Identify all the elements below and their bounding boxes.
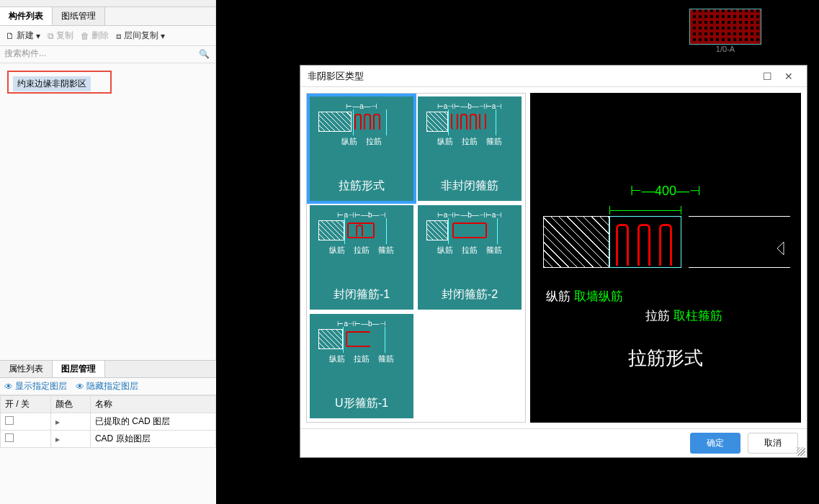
option-title: 封闭箍筋-1 (334, 287, 390, 302)
tab-components[interactable]: 构件列表 (0, 7, 53, 25)
tab-layer-mgmt[interactable]: 图层管理 (53, 361, 105, 377)
dialog-footer: 确定 取消 (300, 428, 807, 457)
preview-title: 拉筋形式 (537, 346, 794, 371)
tab-properties[interactable]: 属性列表 (0, 361, 53, 377)
checkbox[interactable] (5, 416, 14, 425)
type-dialog: 非阴影区类型 ☐ ✕ ⊢—a—⊣ (300, 65, 807, 458)
option-lajin[interactable]: ⊢—a—⊣ 纵筋 拉筋 (310, 96, 413, 201)
chevron-down-icon: ▾ (161, 31, 165, 41)
layer-show-icon: 👁 (4, 382, 13, 392)
layer-hide-icon: 👁 (76, 382, 84, 392)
col-onoff: 开 / 关 (1, 396, 51, 413)
file-icon: 🗋 (6, 31, 14, 41)
option-title: 封闭箍筋-2 (442, 287, 498, 302)
hide-layer-button[interactable]: 👁 隐藏指定图层 (76, 380, 138, 392)
drawing-canvas[interactable]: 1/0-A 非阴影区类型 ☐ ✕ ⊢—a—⊣ (216, 0, 819, 504)
chevron-down-icon: ▾ (36, 31, 40, 41)
table-row[interactable]: ▸ 已提取的 CAD 图层 (1, 413, 216, 431)
left-tab-bar: 构件列表 图纸管理 (0, 7, 215, 26)
col-color: 颜色 (50, 396, 90, 413)
trash-icon: 🗑 (81, 31, 89, 41)
new-button[interactable]: 🗋 新建 ▾ (6, 30, 40, 42)
ok-button[interactable]: 确定 (690, 433, 740, 454)
preview-diagram (537, 206, 794, 285)
option-title: 拉筋形式 (339, 179, 385, 194)
left-panel: 构件列表 图纸管理 🗋 新建 ▾ ⧉ 复制 🗑 删除 ⧈ 层间复制 ▾ 搜索构件… (0, 0, 216, 504)
option-u-1[interactable]: ⊢a⊣⊢—b—⊣ 纵筋 拉筋 箍筋 (310, 314, 413, 418)
option-closed-2[interactable]: ⊢a⊣⊢—b—⊣⊢a⊣ 纵筋 拉筋 箍筋 (418, 205, 522, 310)
dialog-title-text: 非阴影区类型 (308, 70, 364, 83)
col-name: 名称 (90, 396, 215, 413)
close-icon[interactable]: ✕ (778, 71, 800, 82)
layer-toolbar: 👁 显示指定图层 👁 隐藏指定图层 (0, 378, 216, 395)
tree-item-constraint-edge[interactable]: 约束边缘非阴影区 (13, 76, 91, 91)
delete-button[interactable]: 🗑 删除 (81, 30, 109, 42)
layers-icon: ⧈ (116, 31, 122, 41)
tab-drawings[interactable]: 图纸管理 (53, 7, 105, 25)
option-title: U形箍筋-1 (335, 396, 388, 411)
option-closed-1[interactable]: ⊢a⊣⊢—b—⊣ (310, 205, 413, 310)
resize-grip-icon[interactable] (797, 447, 805, 456)
expand-icon[interactable]: ▸ (55, 434, 60, 444)
maximize-icon[interactable]: ☐ (756, 71, 778, 82)
copy-button[interactable]: ⧉ 复制 (48, 30, 73, 42)
preview-label-2: 拉筋 取柱箍筋 (645, 307, 794, 324)
option-nonclosed[interactable]: ⊢a⊣⊢—b—⊣⊢a⊣ 纵筋 拉筋 箍筋 (418, 96, 522, 201)
table-row[interactable]: ▸ CAD 原始图层 (1, 431, 216, 448)
floor-copy-button[interactable]: ⧈ 层间复制 ▾ (116, 30, 165, 42)
background-drawing: 1/0-A (668, 9, 783, 59)
preview-dimension: ⊢—400—⊣ (537, 183, 794, 199)
window-title-strip (0, 0, 215, 7)
cancel-button[interactable]: 取消 (748, 433, 798, 454)
preview-label-1: 纵筋 取墙纵筋 (546, 288, 794, 305)
bottom-panel: 属性列表 图层管理 👁 显示指定图层 👁 隐藏指定图层 开 / 关 颜色 名称 … (0, 360, 216, 504)
component-toolbar: 🗋 新建 ▾ ⧉ 复制 🗑 删除 ⧈ 层间复制 ▾ (0, 26, 215, 46)
layer-table: 开 / 关 颜色 名称 ▸ 已提取的 CAD 图层 ▸ CAD 原始图层 (0, 395, 216, 448)
highlight-annotation: 约束边缘非阴影区 (7, 71, 112, 94)
option-title: 非封闭箍筋 (441, 179, 498, 194)
option-grid: ⊢—a—⊣ 纵筋 拉筋 (306, 93, 526, 423)
search-input[interactable]: 搜索构件... 🔍 (0, 46, 215, 63)
show-layer-button[interactable]: 👁 显示指定图层 (4, 380, 67, 392)
dialog-body: ⊢—a—⊣ 纵筋 拉筋 (300, 87, 807, 428)
bottom-tab-bar: 属性列表 图层管理 (0, 361, 216, 378)
dialog-titlebar: 非阴影区类型 ☐ ✕ (300, 66, 807, 87)
preview-pane: ⊢—400—⊣ 纵筋 取墙纵筋 (530, 93, 801, 423)
checkbox[interactable] (5, 433, 14, 442)
search-icon: 🔍 (199, 49, 210, 59)
expand-icon[interactable]: ▸ (55, 417, 60, 427)
copy-icon: ⧉ (48, 31, 54, 41)
